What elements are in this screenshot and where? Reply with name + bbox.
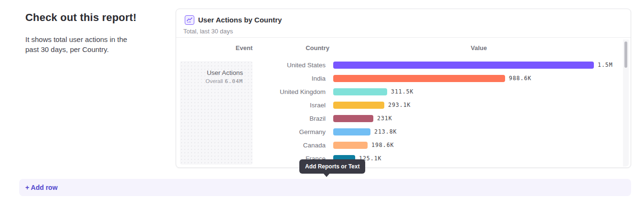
chart-row: Canada 198.6K bbox=[253, 138, 626, 152]
tooltip: Add Reports or Text bbox=[299, 159, 365, 174]
report-subtitle: Total, last 30 days bbox=[183, 28, 233, 35]
chart-row: Germany 213.8K bbox=[253, 125, 626, 138]
chart-row: Israel 293.1K bbox=[253, 98, 626, 112]
line-chart-icon bbox=[185, 15, 194, 25]
intro-description: It shows total user actions in the past … bbox=[25, 34, 138, 54]
column-header-event: Event bbox=[176, 44, 253, 52]
tooltip-label: Add Reports or Text bbox=[305, 163, 359, 170]
row-label: Germany bbox=[253, 128, 333, 135]
intro-block: Check out this report! It shows total us… bbox=[25, 11, 159, 54]
event-overall: Overall6.04M bbox=[180, 78, 243, 84]
intro-heading: Check out this report! bbox=[25, 11, 159, 24]
bar-value: 1.5M bbox=[598, 62, 613, 68]
bar-value: 311.5K bbox=[391, 88, 414, 95]
report-card[interactable]: User Actions by Country Total, last 30 d… bbox=[176, 9, 631, 168]
column-header-value: Value bbox=[333, 44, 624, 52]
bar-value: 213.8K bbox=[374, 128, 397, 135]
row-label: Brazil bbox=[253, 115, 333, 122]
bar-value: 231K bbox=[377, 115, 392, 122]
bar-value: 988.6K bbox=[509, 75, 532, 82]
row-label: Israel bbox=[253, 102, 333, 109]
bar[interactable] bbox=[333, 142, 368, 149]
bar[interactable] bbox=[333, 88, 387, 95]
bar-chart: Event Country Value User Actions Overall… bbox=[176, 38, 631, 167]
event-cell: User Actions Overall6.04M bbox=[180, 61, 253, 165]
chart-rows: United States 1.5M India 988.6K United K… bbox=[253, 58, 626, 165]
bar[interactable] bbox=[333, 102, 384, 109]
bar-value: 198.6K bbox=[371, 142, 394, 148]
add-row-label: + Add row bbox=[25, 184, 58, 191]
chart-row: India 988.6K bbox=[253, 72, 626, 85]
column-header-country: Country bbox=[253, 44, 329, 52]
row-label: Canada bbox=[253, 142, 333, 149]
report-card-header: User Actions by Country Total, last 30 d… bbox=[176, 9, 631, 38]
bar[interactable] bbox=[333, 75, 505, 82]
row-label: India bbox=[253, 75, 333, 82]
bar[interactable] bbox=[333, 115, 373, 122]
report-title: User Actions by Country bbox=[198, 15, 282, 25]
bar[interactable] bbox=[333, 62, 594, 69]
tooltip-arrow-icon bbox=[323, 173, 330, 177]
row-label: United States bbox=[253, 62, 333, 69]
scrollbar-thumb[interactable] bbox=[624, 42, 627, 68]
chart-row: United States 1.5M bbox=[253, 58, 626, 72]
scrollbar[interactable] bbox=[623, 40, 629, 166]
add-row-button[interactable]: + Add row bbox=[19, 179, 631, 196]
event-name: User Actions bbox=[180, 69, 243, 77]
bar-value: 293.1K bbox=[388, 102, 411, 108]
overall-label: Overall bbox=[205, 78, 222, 84]
overall-value: 6.04M bbox=[225, 78, 243, 84]
chart-row: Brazil 231K bbox=[253, 112, 626, 125]
row-label: United Kingdom bbox=[253, 88, 333, 95]
bar[interactable] bbox=[333, 128, 370, 135]
chart-row: United Kingdom 311.5K bbox=[253, 85, 626, 98]
